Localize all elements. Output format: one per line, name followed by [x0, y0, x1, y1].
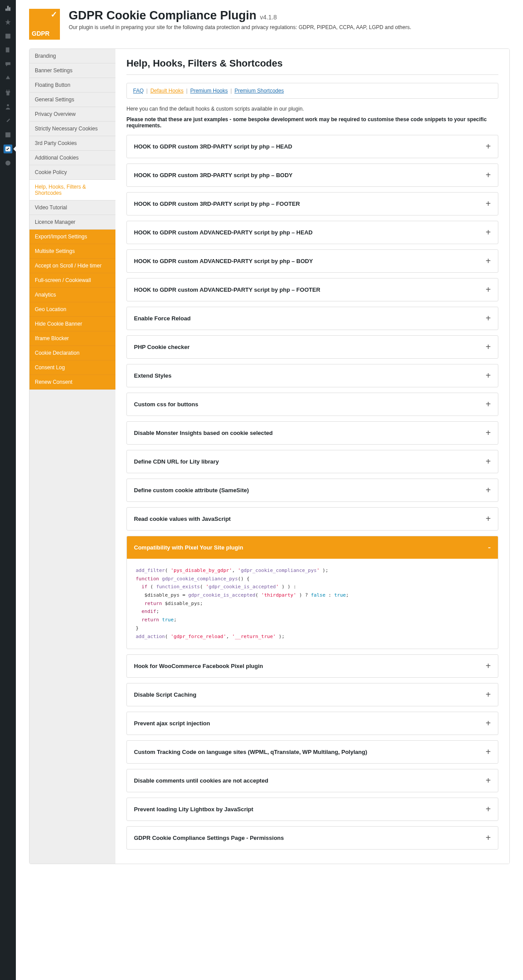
- tab-premium-shortcodes[interactable]: Premium Shortcodes: [234, 88, 284, 94]
- accordion-title: HOOK to GDPR custom ADVANCED-PARTY scrip…: [134, 229, 312, 236]
- accordion-header[interactable]: HOOK to GDPR custom 3RD-PARTY script by …: [127, 193, 498, 215]
- sidebar-item-21[interactable]: Consent Log: [30, 360, 115, 375]
- accordion-header[interactable]: Prevent loading Lity Lightbox by JavaScr…: [127, 798, 498, 820]
- tab-default-hooks[interactable]: Default Hooks: [150, 88, 183, 94]
- accordion-title: Define custom cookie attribute (SameSite…: [134, 487, 249, 494]
- plus-icon: +: [486, 313, 491, 323]
- sidebar-item-7[interactable]: Additional Cookies: [30, 151, 115, 165]
- sidebar-item-14[interactable]: Accept on Scroll / Hide timer: [30, 259, 115, 273]
- sidebar-item-11[interactable]: Licence Manager: [30, 215, 115, 230]
- accordion-header[interactable]: GDPR Cookie Compliance Settings Page - P…: [127, 827, 498, 849]
- accordion-title: HOOK to GDPR custom ADVANCED-PARTY scrip…: [134, 258, 313, 264]
- accordion-11: Define CDN URL for Lity library+: [126, 450, 498, 473]
- accordion-title: Enable Force Reload: [134, 315, 191, 322]
- plus-icon: +: [486, 457, 491, 467]
- sidebar-item-22[interactable]: Renew Consent: [30, 375, 115, 390]
- accordion-header[interactable]: PHP Cookie checker+: [127, 336, 498, 358]
- sidebar-item-17[interactable]: Geo Location: [30, 302, 115, 317]
- sidebar-item-10[interactable]: Video Tutorial: [30, 200, 115, 215]
- accordion-body: add_filter( 'pys_disable_by_gdpr', 'gdpr…: [127, 559, 498, 649]
- sidebar-item-4[interactable]: Privacy Overview: [30, 107, 115, 122]
- sidebar-item-6[interactable]: 3rd Party Cookies: [30, 136, 115, 151]
- accordion-title: Custom Tracking Code on language sites (…: [134, 749, 367, 755]
- accordion-header[interactable]: Prevent ajax script injection+: [127, 712, 498, 735]
- sidebar-item-8[interactable]: Cookie Policy: [30, 165, 115, 180]
- plus-icon: +: [486, 227, 491, 238]
- sidebar-item-1[interactable]: Banner Settings: [30, 63, 115, 78]
- accordion-header[interactable]: HOOK to GDPR custom ADVANCED-PARTY scrip…: [127, 278, 498, 301]
- plus-icon: +: [486, 371, 491, 381]
- accordion-header[interactable]: HOOK to GDPR custom 3RD-PARTY script by …: [127, 164, 498, 186]
- accordion-21: GDPR Cookie Compliance Settings Page - P…: [126, 826, 498, 850]
- plugin-title: GDPR Cookie Compliance Pluginv4.1.8: [69, 9, 277, 22]
- accordion-0: HOOK to GDPR custom 3RD-PARTY script by …: [126, 135, 498, 158]
- minus-icon: -: [488, 542, 491, 553]
- tab-premium-hooks[interactable]: Premium Hooks: [190, 88, 228, 94]
- accordion-header[interactable]: Disable Script Caching+: [127, 683, 498, 706]
- plus-icon: +: [486, 776, 491, 786]
- plus-icon: +: [486, 804, 491, 814]
- sidebar-item-13[interactable]: Multisite Settings: [30, 244, 115, 259]
- accordion-title: Disable comments until cookies are not a…: [134, 777, 268, 784]
- collapse-icon[interactable]: [4, 159, 12, 167]
- accordion-header[interactable]: Compatibility with Pixel Your Site plugi…: [127, 536, 498, 559]
- sidebar-item-3[interactable]: General Settings: [30, 93, 115, 107]
- sidebar-item-2[interactable]: Floating Button: [30, 78, 115, 93]
- dashboard-icon[interactable]: [4, 4, 12, 12]
- accordion-title: HOOK to GDPR custom 3RD-PARTY script by …: [134, 143, 292, 150]
- gdpr-menu-icon[interactable]: [4, 145, 12, 153]
- plugins-icon[interactable]: [4, 88, 12, 97]
- comments-icon[interactable]: [4, 60, 12, 69]
- sidebar-item-20[interactable]: Cookie Declaration: [30, 346, 115, 360]
- sidebar-item-5[interactable]: Strictly Necessary Cookies: [30, 122, 115, 136]
- accordion-header[interactable]: Define CDN URL for Lity library+: [127, 450, 498, 473]
- accordion-header[interactable]: Define custom cookie attribute (SameSite…: [127, 479, 498, 501]
- accordion-header[interactable]: HOOK to GDPR custom 3RD-PARTY script by …: [127, 135, 498, 158]
- accordion-header[interactable]: HOOK to GDPR custom ADVANCED-PARTY scrip…: [127, 221, 498, 244]
- tab-faq[interactable]: FAQ: [133, 88, 144, 94]
- accordion-9: Custom css for buttons+: [126, 393, 498, 416]
- accordion-title: HOOK to GDPR custom ADVANCED-PARTY scrip…: [134, 286, 320, 293]
- plus-icon: +: [486, 428, 491, 438]
- accordion-title: Extend Styles: [134, 372, 171, 379]
- panel-note: Please note that these are just examples…: [126, 116, 498, 129]
- accordion-header[interactable]: Disable Monster Insights based on cookie…: [127, 422, 498, 444]
- pages-icon[interactable]: [4, 46, 12, 55]
- svg-rect-0: [5, 33, 10, 38]
- plus-icon: +: [486, 199, 491, 209]
- appearance-icon[interactable]: [4, 74, 12, 83]
- accordion-header[interactable]: Hook for WooCommerce Facebook Pixel plug…: [127, 655, 498, 677]
- pin-icon[interactable]: [4, 18, 12, 26]
- wp-admin-menu: [0, 0, 16, 980]
- users-icon[interactable]: [4, 102, 12, 111]
- sidebar-item-19[interactable]: Iframe Blocker: [30, 331, 115, 346]
- accordion-10: Disable Monster Insights based on cookie…: [126, 421, 498, 445]
- sidebar-item-0[interactable]: Branding: [30, 49, 115, 63]
- tools-icon[interactable]: [4, 116, 12, 125]
- settings-icon[interactable]: [4, 130, 12, 139]
- accordion-title: Disable Monster Insights based on cookie…: [134, 430, 273, 436]
- accordion-header[interactable]: Custom css for buttons+: [127, 393, 498, 416]
- accordion-header[interactable]: Extend Styles+: [127, 364, 498, 387]
- sidebar-item-9[interactable]: Help, Hooks, Filters & Shortcodes: [30, 180, 115, 200]
- sidebar-item-15[interactable]: Full-screen / Cookiewall: [30, 273, 115, 288]
- accordion-header[interactable]: Custom Tracking Code on language sites (…: [127, 741, 498, 763]
- sidebar-item-16[interactable]: Analytics: [30, 288, 115, 302]
- accordion-header[interactable]: Read cookie values with JavaScript+: [127, 508, 498, 530]
- accordion-header[interactable]: Disable comments until cookies are not a…: [127, 769, 498, 792]
- sidebar-item-12[interactable]: Export/Import Settings: [30, 230, 115, 244]
- accordion-1: HOOK to GDPR custom 3RD-PARTY script by …: [126, 163, 498, 187]
- media-icon[interactable]: [4, 32, 12, 41]
- plus-icon: +: [486, 718, 491, 728]
- plus-icon: +: [486, 170, 491, 180]
- accordion-14: Compatibility with Pixel Your Site plugi…: [126, 536, 498, 649]
- plus-icon: +: [486, 485, 491, 495]
- accordion-header[interactable]: Enable Force Reload+: [127, 307, 498, 330]
- plus-icon: +: [486, 256, 491, 266]
- accordion-title: Hook for WooCommerce Facebook Pixel plug…: [134, 663, 263, 669]
- plugin-version: v4.1.8: [260, 14, 277, 21]
- accordion-header[interactable]: HOOK to GDPR custom ADVANCED-PARTY scrip…: [127, 250, 498, 272]
- tab-nav: FAQ|Default Hooks|Premium Hooks|Premium …: [126, 83, 498, 99]
- sidebar-item-18[interactable]: Hide Cookie Banner: [30, 317, 115, 331]
- accordion-16: Disable Script Caching+: [126, 683, 498, 706]
